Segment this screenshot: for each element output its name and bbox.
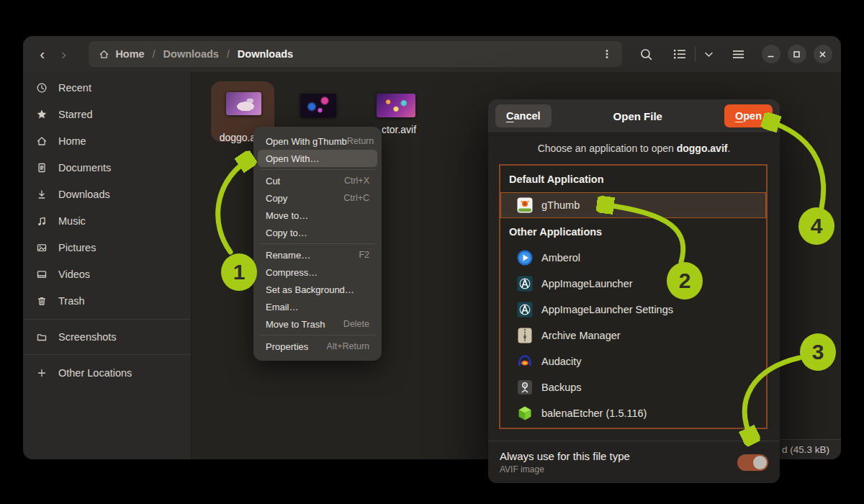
always-use-label: Always use for this file type [500, 450, 630, 462]
breadcrumb-home[interactable]: Home [115, 48, 144, 60]
backups-icon [516, 379, 534, 396]
path-menu-icon[interactable] [602, 48, 612, 60]
menu-item-properties[interactable]: Properties Alt+Return [258, 338, 377, 355]
context-menu: Open With gThumb Return Open With… Cut C… [253, 127, 382, 361]
sidebar: Recent Starred Home Documents Downloads [23, 72, 191, 459]
app-name: gThumb [541, 199, 580, 211]
app-row-archive-manager[interactable]: Archive Manager [500, 323, 766, 348]
sidebar-item-documents[interactable]: Documents [23, 154, 191, 181]
app-row-gthumb[interactable]: gThumb [500, 192, 766, 218]
app-name: balenaEtcher (1.5.116) [541, 408, 647, 419]
sidebar-item-screenshots[interactable]: Screenshots [23, 323, 191, 350]
hamburger-menu-icon[interactable] [732, 50, 744, 59]
menu-item-set-as-background[interactable]: Set as Background… [258, 281, 377, 298]
app-name: Archive Manager [541, 330, 621, 341]
dialog-prompt: Choose an application to open doggo.avif… [488, 143, 780, 154]
breadcrumb-downloads[interactable]: Downloads [163, 48, 219, 60]
always-use-row: Always use for this file type AVIF image [488, 441, 780, 483]
open-file-dialog: Cancel Open File Open Choose an applicat… [488, 99, 780, 483]
menu-item-copy-to[interactable]: Copy to… [258, 224, 377, 241]
back-button[interactable]: ‹ [32, 43, 53, 65]
sidebar-item-downloads[interactable]: Downloads [23, 181, 191, 207]
appimagelauncher-settings-icon [516, 301, 534, 318]
app-row-appimagelauncher-settings[interactable]: AppImageLauncher Settings [500, 297, 766, 323]
home-icon [99, 49, 109, 60]
sidebar-item-other-locations[interactable]: Other Locations [23, 359, 191, 386]
file-item-2-thumbnail[interactable] [300, 94, 336, 117]
dialog-title: Open File [552, 110, 724, 122]
app-row-amberol[interactable]: Amberol [500, 245, 766, 271]
sidebar-item-home[interactable]: Home [23, 127, 191, 154]
forward-button[interactable]: › [53, 43, 75, 65]
menu-item-email[interactable]: Email… [258, 298, 377, 315]
archive-manager-icon [516, 327, 534, 344]
sidebar-item-starred[interactable]: Starred [23, 101, 191, 127]
breadcrumb[interactable]: Home / Downloads / Downloads [89, 41, 622, 67]
view-options-chevron-icon[interactable] [704, 51, 714, 58]
menu-item-cut[interactable]: Cut Ctrl+X [258, 172, 377, 189]
menu-item-copy[interactable]: Copy Ctrl+C [258, 189, 377, 207]
cancel-button[interactable]: Cancel [495, 104, 552, 127]
maximize-button[interactable] [788, 45, 806, 63]
status-text: d (45.3 kB) [782, 444, 829, 455]
balenaetcher-icon [516, 405, 534, 422]
sidebar-item-recent[interactable]: Recent [23, 74, 191, 101]
file-item-3-thumbnail[interactable] [377, 94, 415, 117]
breadcrumb-current[interactable]: Downloads [238, 48, 293, 60]
toggle-knob [753, 456, 767, 469]
app-name: Backups [541, 382, 582, 393]
menu-item-rename[interactable]: Rename… F2 [258, 246, 377, 264]
always-use-toggle[interactable] [737, 454, 768, 471]
menu-item-open-with[interactable]: Open With… [258, 150, 377, 167]
section-default-application: Default Application [500, 166, 766, 192]
app-name: AppImageLauncher [541, 278, 633, 289]
sidebar-item-videos[interactable]: Videos [23, 261, 191, 287]
annotation-step-4: 4 [798, 207, 834, 245]
menu-item-move-to-trash[interactable]: Move to Trash Delete [258, 315, 377, 333]
appimagelauncher-icon [516, 275, 534, 292]
file-name-ctor: ctor.avif [377, 124, 420, 135]
section-other-applications: Other Applications [500, 218, 766, 245]
app-name: Audacity [541, 356, 582, 367]
amberol-icon [516, 249, 534, 266]
sidebar-item-trash[interactable]: Trash [23, 287, 191, 314]
breadcrumb-separator: / [227, 48, 230, 60]
menu-item-compress[interactable]: Compress… [258, 264, 377, 281]
search-icon[interactable] [639, 48, 653, 61]
menu-item-open-with-gthumb[interactable]: Open With gThumb Return [258, 132, 377, 150]
app-row-backups[interactable]: Backups [500, 374, 766, 400]
dialog-header: Cancel Open File Open [488, 99, 780, 133]
file-type-label: AVIF image [500, 464, 630, 474]
app-row-balenaetcher[interactable]: balenaEtcher (1.5.116) [500, 400, 766, 426]
sidebar-item-pictures[interactable]: Pictures [23, 234, 191, 261]
app-row-partial[interactable] [500, 426, 766, 429]
application-list: Default Application gThumb Other Applica… [499, 164, 768, 429]
breadcrumb-separator: / [153, 48, 156, 60]
menu-item-move-to[interactable]: Move to… [258, 207, 377, 224]
minimize-button[interactable] [762, 45, 780, 63]
list-view-icon[interactable] [673, 48, 686, 60]
audacity-icon [516, 353, 534, 370]
sidebar-item-music[interactable]: Music [23, 207, 191, 234]
app-row-audacity[interactable]: Audacity [500, 348, 766, 374]
doggo-thumbnail [226, 92, 261, 115]
annotation-step-1: 1 [221, 253, 257, 291]
app-name: AppImageLauncher Settings [541, 304, 673, 315]
annotation-step-2: 2 [667, 262, 703, 300]
close-button[interactable] [814, 45, 832, 63]
desktop: ‹ › Home / Downloads / Downloads [0, 0, 864, 504]
open-button[interactable]: Open [724, 104, 773, 127]
gthumb-icon [516, 197, 534, 214]
headerbar: ‹ › Home / Downloads / Downloads [23, 36, 841, 72]
app-name: Amberol [541, 252, 580, 264]
annotation-step-3: 3 [800, 333, 836, 371]
app-row-appimagelauncher[interactable]: AppImageLauncher [500, 271, 766, 297]
